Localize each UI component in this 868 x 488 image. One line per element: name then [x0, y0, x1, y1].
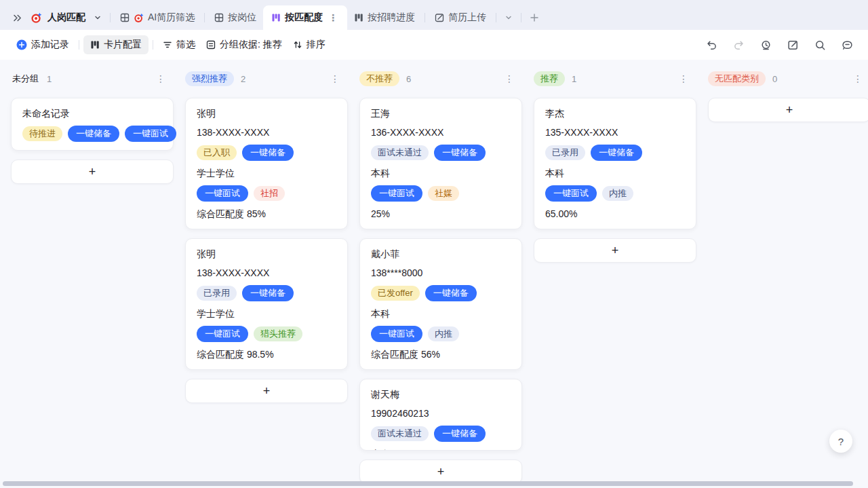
tab-label: 按岗位 [228, 12, 256, 24]
tab-by-match-score[interactable]: 按匹配度 ⋮ [263, 5, 347, 30]
alarm-clock-button[interactable] [757, 36, 774, 54]
action-button[interactable]: 一键面试 [197, 326, 248, 342]
board-toolbar: 添加记录 卡片配置 筛选 分组依据: 推荐 排序 [0, 30, 868, 60]
card-field-text: 张明 [197, 247, 336, 261]
tab-by-position[interactable]: 按岗位 [208, 5, 263, 30]
group-list-icon [206, 40, 216, 50]
form-view-icon [435, 13, 444, 22]
column-name: 强烈推荐 [185, 71, 234, 86]
kanban-view-icon [354, 13, 363, 22]
card-field-text: 学士学位 [197, 307, 336, 320]
column-name: 未分组 [11, 71, 40, 86]
column-header: 无匹配类别0⋮ [708, 71, 868, 87]
grid-table-icon [214, 13, 224, 22]
chevron-down-icon [505, 14, 513, 22]
card-tag-row: 待推进一键储备一键面试 [22, 126, 162, 142]
help-button[interactable]: ? [829, 430, 852, 453]
group-by-button[interactable]: 分组依据: 推荐 [201, 35, 288, 54]
record-card[interactable]: 谢天梅19902460213面试未通过一键储备大专 [359, 379, 522, 451]
add-record-button[interactable]: 添加记录 [11, 35, 75, 54]
column-menu-button[interactable]: ⋮ [677, 74, 690, 83]
tab-ai-resume-screening[interactable]: AI简历筛选 [113, 5, 201, 30]
horizontal-scrollbar[interactable] [3, 481, 853, 486]
record-card[interactable]: 王海136-XXXX-XXXX面试未通过一键储备本科一键面试社媒25% [359, 98, 522, 229]
card-list: 张明138-XXXX-XXXX已入职一键储备学士学位一键面试社招综合匹配度 85… [185, 98, 348, 403]
chevron-down-icon [94, 14, 102, 22]
action-button[interactable]: 一键面试 [125, 126, 176, 142]
card-field-text: 19902460213 [371, 407, 511, 420]
column-count: 6 [406, 74, 411, 84]
action-button[interactable]: 一键储备 [242, 285, 294, 301]
column-menu-button[interactable]: ⋮ [155, 74, 167, 83]
filter-button[interactable]: 筛选 [157, 35, 201, 54]
column-menu-button[interactable]: ⋮ [852, 74, 864, 83]
add-view-button[interactable] [524, 5, 545, 30]
tab-resume-upload[interactable]: 简历上传 [428, 5, 493, 30]
card-tag-row: 已入职一键储备 [197, 145, 336, 161]
status-tag: 已录用 [545, 145, 585, 160]
expand-sidebar-button[interactable] [9, 5, 28, 30]
add-record-card-button[interactable]: + [359, 459, 522, 484]
redo-button[interactable] [730, 36, 747, 54]
action-button[interactable]: 一键储备 [434, 145, 486, 161]
base-title-label: 人岗匹配 [46, 12, 90, 24]
plus-icon [530, 13, 539, 22]
card-list: 李杰135-XXXX-XXXX已录用一键储备本科一键面试内推65.00%+ [534, 98, 696, 263]
record-card[interactable]: 张明138-XXXX-XXXX已入职一键储备学士学位一键面试社招综合匹配度 85… [185, 98, 348, 229]
status-tag: 已入职 [197, 145, 237, 160]
undo-button[interactable] [703, 36, 720, 54]
card-tag-row: 已发offer一键储备 [371, 285, 511, 301]
action-button[interactable]: 一键储备 [242, 145, 294, 161]
plus-icon: + [263, 384, 271, 398]
action-button[interactable]: 一键储备 [591, 145, 642, 161]
column-header: 推荐1⋮ [534, 71, 696, 87]
group-by-label: 分组依据: 推荐 [220, 39, 282, 51]
action-button[interactable]: 一键储备 [68, 126, 119, 142]
column-menu-button[interactable]: ⋮ [329, 74, 341, 83]
view-list-dropdown-button[interactable] [499, 5, 518, 30]
record-card[interactable]: 李杰135-XXXX-XXXX已录用一键储备本科一键面试内推65.00% [534, 98, 696, 229]
card-field-text: 138-XXXX-XXXX [197, 126, 336, 139]
card-field-text: 综合匹配度 85% [197, 207, 336, 221]
comment-button[interactable] [838, 36, 856, 54]
action-button[interactable]: 一键面试 [371, 326, 422, 342]
card-field-text: 张明 [197, 107, 336, 120]
column-menu-button[interactable]: ⋮ [503, 74, 515, 83]
tab-label: 按匹配度 [285, 12, 323, 24]
tab-label: AI简历筛选 [148, 12, 195, 24]
add-record-card-button[interactable]: + [534, 238, 696, 263]
record-card[interactable]: 未命名记录待推进一键储备一键面试 [11, 98, 174, 151]
record-card[interactable]: 张明138-XXXX-XXXX已录用一键储备学士学位一键面试猎头推荐综合匹配度 … [185, 238, 348, 370]
divider [79, 40, 79, 50]
add-record-card-button[interactable]: + [11, 159, 174, 184]
action-button[interactable]: 一键储备 [434, 426, 486, 442]
tab-by-recruiting-stage[interactable]: 按招聘进度 [347, 5, 422, 30]
action-button[interactable]: 一键储备 [425, 285, 477, 301]
kanban-column: 推荐1⋮李杰135-XXXX-XXXX已录用一键储备本科一键面试内推65.00%… [534, 71, 696, 488]
action-button[interactable]: 一键面试 [545, 185, 597, 202]
card-tag-row: 一键面试社招 [197, 185, 336, 202]
card-tag-row: 已录用一键储备 [545, 145, 685, 161]
divider [496, 13, 496, 22]
search-button[interactable] [811, 36, 829, 54]
target-icon [134, 13, 144, 23]
filter-icon [163, 40, 172, 50]
add-record-card-button[interactable]: + [185, 379, 348, 403]
status-tag: 社招 [254, 186, 285, 201]
double-chevron-right-icon [12, 13, 22, 23]
record-card[interactable]: 戴小菲138****8000已发offer一键储备本科一键面试内推综合匹配度 5… [359, 238, 522, 370]
card-field-text: 李杰 [545, 107, 685, 120]
more-vertical-icon[interactable]: ⋮ [327, 13, 339, 22]
action-button[interactable]: 一键面试 [371, 185, 422, 202]
status-tag: 面试未通过 [371, 426, 429, 441]
compose-button[interactable] [784, 36, 802, 54]
sort-button[interactable]: 排序 [288, 35, 331, 54]
base-title[interactable]: 人岗匹配 [28, 5, 107, 30]
status-tag: 待推进 [22, 126, 62, 141]
card-field-text: 戴小菲 [371, 247, 511, 261]
divider [204, 13, 205, 22]
plus-icon: + [89, 165, 96, 179]
add-record-card-button[interactable]: + [708, 98, 868, 122]
card-config-button[interactable]: 卡片配置 [83, 35, 149, 54]
action-button[interactable]: 一键面试 [197, 185, 248, 202]
